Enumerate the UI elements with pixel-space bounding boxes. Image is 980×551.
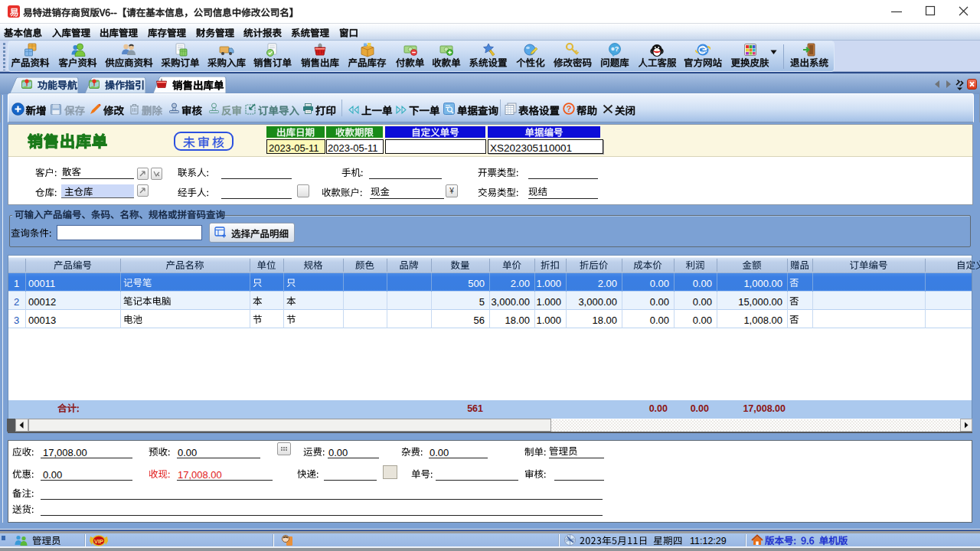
svg-text:?: ? xyxy=(615,45,619,53)
svg-text:?: ? xyxy=(567,104,572,113)
svg-text:VIP: VIP xyxy=(94,538,103,545)
